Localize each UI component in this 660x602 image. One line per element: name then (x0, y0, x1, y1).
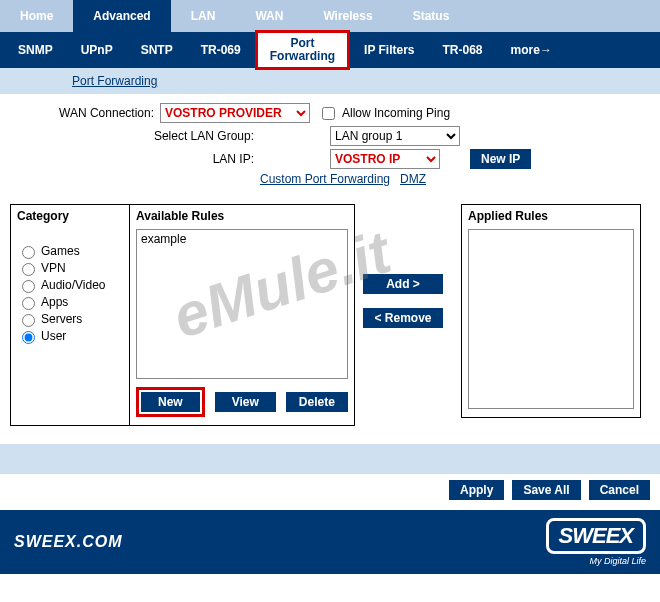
breadcrumb-bar: Port Forwarding (0, 68, 660, 94)
applied-rules-title: Applied Rules (468, 209, 634, 223)
new-button-highlight: New (136, 387, 205, 417)
delete-button[interactable]: Delete (286, 392, 348, 412)
subtab-tr069[interactable]: TR-069 (187, 37, 255, 63)
top-tabs: Home Advanced LAN WAN Wireless Status (0, 0, 660, 32)
tab-status[interactable]: Status (393, 0, 470, 32)
subtab-upnp[interactable]: UPnP (67, 37, 127, 63)
category-apps[interactable]: Apps (17, 294, 123, 310)
available-rules-list[interactable]: example (136, 229, 348, 379)
subtab-tr068[interactable]: TR-068 (429, 37, 497, 63)
sweex-logo: SWEEX My Digital Life (546, 518, 646, 566)
available-rules-title: Available Rules (136, 209, 348, 223)
tab-advanced[interactable]: Advanced (73, 0, 170, 32)
new-ip-button[interactable]: New IP (470, 149, 531, 169)
save-all-button[interactable]: Save All (512, 480, 580, 500)
lan-group-label: Select LAN Group: (130, 129, 260, 143)
applied-rules-list[interactable] (468, 229, 634, 409)
allow-incoming-ping-label: Allow Incoming Ping (342, 106, 450, 120)
category-user[interactable]: User (17, 328, 123, 344)
view-button[interactable]: View (215, 392, 276, 412)
lan-ip-select[interactable]: VOSTRO IP (330, 149, 440, 169)
subtab-port-forwarding-label: PortForwarding (270, 36, 335, 63)
bottom-bar (0, 444, 660, 474)
subtab-sntp[interactable]: SNTP (127, 37, 187, 63)
remove-button[interactable]: < Remove (363, 308, 443, 328)
footer-site: SWEEX.COM (14, 533, 123, 551)
dmz-link[interactable]: DMZ (400, 172, 426, 186)
tab-lan[interactable]: LAN (171, 0, 236, 32)
add-button[interactable]: Add > (363, 274, 443, 294)
transfer-buttons: Add > < Remove (363, 204, 453, 328)
custom-port-forwarding-link[interactable]: Custom Port Forwarding (260, 172, 390, 186)
tab-home[interactable]: Home (0, 0, 73, 32)
apply-button[interactable]: Apply (449, 480, 504, 500)
new-button[interactable]: New (141, 392, 200, 412)
tab-wan[interactable]: WAN (235, 0, 303, 32)
sweex-logo-text: SWEEX (546, 518, 646, 554)
cancel-button[interactable]: Cancel (589, 480, 650, 500)
category-games[interactable]: Games (17, 243, 123, 259)
tab-wireless[interactable]: Wireless (303, 0, 392, 32)
category-audio-video[interactable]: Audio/Video (17, 277, 123, 293)
rules-area: Category Games VPN Audio/Video Apps Serv… (10, 204, 650, 426)
wan-connection-select[interactable]: VOSTRO PROVIDER (160, 103, 310, 123)
action-row: Apply Save All Cancel (0, 476, 660, 504)
sweex-tagline: My Digital Life (589, 556, 646, 566)
subtab-more[interactable]: more→ (497, 37, 566, 63)
category-servers[interactable]: Servers (17, 311, 123, 327)
wan-connection-label: WAN Connection: (10, 106, 160, 120)
category-vpn[interactable]: VPN (17, 260, 123, 276)
available-rules-box: Available Rules example New View Delete (130, 204, 355, 426)
applied-rules-box: Applied Rules (461, 204, 641, 418)
available-rule-item[interactable]: example (141, 232, 343, 246)
content: WAN Connection: VOSTRO PROVIDER Allow In… (0, 94, 660, 430)
sub-tabs: SNMP UPnP SNTP TR-069 PortForwarding IP … (0, 32, 660, 68)
breadcrumb-link[interactable]: Port Forwarding (72, 74, 157, 88)
subtab-ip-filters[interactable]: IP Filters (350, 37, 428, 63)
lan-ip-label: LAN IP: (130, 152, 260, 166)
footer: SWEEX.COM SWEEX My Digital Life (0, 510, 660, 574)
subtab-port-forwarding[interactable]: PortForwarding (255, 30, 350, 70)
category-box: Category Games VPN Audio/Video Apps Serv… (10, 204, 130, 426)
allow-incoming-ping-checkbox[interactable] (322, 107, 335, 120)
lan-group-select[interactable]: LAN group 1 (330, 126, 460, 146)
subtab-snmp[interactable]: SNMP (4, 37, 67, 63)
category-title: Category (17, 209, 123, 223)
